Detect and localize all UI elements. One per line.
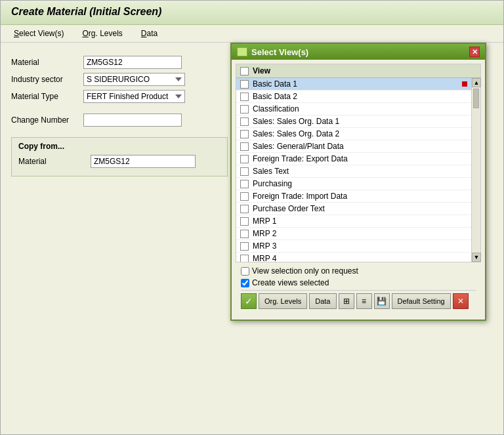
list-icon: ≡ xyxy=(362,297,366,306)
view-row-sales-general-plant[interactable]: Sales: General/Plant Data xyxy=(236,140,471,153)
change-number-input[interactable] xyxy=(83,114,182,127)
view-row-mrp3[interactable]: MRP 3 xyxy=(236,240,471,253)
view-row-mrp4[interactable]: MRP 4 xyxy=(236,253,471,262)
copy-from-material-input[interactable] xyxy=(91,155,196,168)
material-type-select[interactable]: FERT Finished Product xyxy=(83,90,185,103)
view-row-foreign-trade-import[interactable]: Foreign Trade: Import Data xyxy=(236,190,471,203)
main-window: Create Material (Initial Screen) Select … xyxy=(0,0,504,435)
save-icon: 💾 xyxy=(377,297,387,306)
view-label-foreign-trade-export: Foreign Trade: Export Data xyxy=(253,154,348,163)
scrollbar[interactable]: ▲ ▼ xyxy=(471,78,480,262)
view-row-purchase-order-text[interactable]: Purchase Order Text xyxy=(236,203,471,215)
menu-select-views[interactable]: Select View(s) xyxy=(11,28,66,39)
view-checkbox-mrp2[interactable] xyxy=(240,230,249,238)
title-bar: Create Material (Initial Screen) xyxy=(1,1,503,25)
view-row-basic-data-2[interactable]: Basic Data 2 xyxy=(236,91,471,103)
industry-sector-select[interactable]: S SIDERURGICO xyxy=(83,73,185,86)
view-label-purchasing: Purchasing xyxy=(253,179,292,188)
copy-from-material-label: Material xyxy=(18,157,91,166)
dialog-title-bar: Select View(s) ✕ xyxy=(232,44,485,60)
view-checkbox-sales-org-data-1[interactable] xyxy=(240,117,249,126)
view-checkbox-foreign-trade-export[interactable] xyxy=(240,155,249,163)
view-checkbox-sales-text[interactable] xyxy=(240,167,249,176)
view-label-classification: Classification xyxy=(253,104,299,114)
page-title: Create Material (Initial Screen) xyxy=(11,6,493,18)
view-label-basic-data-2: Basic Data 2 xyxy=(253,92,297,101)
view-row-classification[interactable]: Classification xyxy=(236,103,471,115)
dialog-title-text: Select View(s) xyxy=(237,47,308,57)
industry-sector-label: Industry sector xyxy=(11,75,83,84)
check-icon: ✓ xyxy=(245,296,253,306)
table-icon: ⊞ xyxy=(343,297,350,306)
view-checkbox-mrp4[interactable] xyxy=(240,255,249,262)
view-row-basic-data-1[interactable]: Basic Data 1 xyxy=(236,78,471,91)
view-checkbox-foreign-trade-import[interactable] xyxy=(240,192,249,201)
scroll-indicator xyxy=(462,81,467,87)
view-label-purchase-order-text: Purchase Order Text xyxy=(253,204,325,213)
scrollbar-track[interactable] xyxy=(472,87,480,253)
views-header: View xyxy=(236,64,480,78)
view-checkbox-mrp3[interactable] xyxy=(240,242,249,251)
copy-from-material-row: Material xyxy=(18,155,220,168)
org-levels-button[interactable]: Org. Levels xyxy=(259,293,307,309)
view-row-foreign-trade-export[interactable]: Foreign Trade: Export Data xyxy=(236,153,471,165)
view-row-sales-org-data-2[interactable]: Sales: Sales Org. Data 2 xyxy=(236,128,471,140)
view-label-mrp3: MRP 3 xyxy=(253,241,276,251)
dialog-content: View Basic Data 1 xyxy=(232,60,485,320)
menu-bar: Select View(s) Org. Levels Data xyxy=(1,25,503,43)
dialog-buttons: ✓ Org. Levels Data ⊞ xyxy=(241,290,476,312)
view-checkbox-mrp1[interactable] xyxy=(240,217,249,226)
view-row-sales-org-data-1[interactable]: Sales: Sales Org. Data 1 xyxy=(236,115,471,128)
view-label-sales-org-data-1: Sales: Sales Org. Data 1 xyxy=(253,117,339,126)
list-icon-button[interactable]: ≡ xyxy=(356,293,372,309)
view-row-mrp1[interactable]: MRP 1 xyxy=(236,215,471,228)
data-button[interactable]: Data xyxy=(309,293,336,309)
menu-org-levels[interactable]: Org. Levels xyxy=(79,28,125,39)
create-views-checkbox[interactable] xyxy=(241,279,249,287)
header-checkbox[interactable] xyxy=(240,67,249,75)
views-list[interactable]: Basic Data 1 Basic Data 2 Classification xyxy=(236,78,471,262)
scroll-up-btn[interactable]: ▲ xyxy=(472,78,481,87)
copy-from-title: Copy from... xyxy=(18,142,220,151)
view-label-sales-org-data-2: Sales: Sales Org. Data 2 xyxy=(253,129,339,138)
view-label-sales-general-plant: Sales: General/Plant Data xyxy=(253,142,344,151)
view-checkbox-basic-data-1[interactable] xyxy=(240,80,249,89)
view-selection-checkbox[interactable] xyxy=(241,267,249,276)
view-label-foreign-trade-import: Foreign Trade: Import Data xyxy=(253,192,347,201)
default-setting-label: Default Setting xyxy=(398,297,445,305)
views-list-container: Basic Data 1 Basic Data 2 Classification xyxy=(236,78,480,262)
save-icon-button[interactable]: 💾 xyxy=(374,293,390,309)
view-row-mrp2[interactable]: MRP 2 xyxy=(236,228,471,240)
view-checkbox-purchase-order-text[interactable] xyxy=(240,205,249,213)
cancel-icon: ✕ xyxy=(457,297,464,306)
cancel-button[interactable]: ✕ xyxy=(453,293,469,309)
dialog-icon xyxy=(237,47,247,56)
create-views-row: Create views selected xyxy=(241,278,476,287)
view-checkbox-sales-general-plant[interactable] xyxy=(240,142,249,151)
scroll-down-btn[interactable]: ▼ xyxy=(472,253,481,262)
view-checkbox-purchasing[interactable] xyxy=(240,180,249,188)
content-area: Material Industry sector S SIDERURGICO M… xyxy=(1,43,503,190)
confirm-button[interactable]: ✓ xyxy=(241,293,257,309)
material-input[interactable] xyxy=(83,56,182,69)
dialog-title-label: Select View(s) xyxy=(251,47,308,57)
view-label-mrp1: MRP 1 xyxy=(253,217,276,226)
material-type-label: Material Type xyxy=(11,92,83,101)
view-column-header: View xyxy=(253,66,270,75)
view-row-purchasing[interactable]: Purchasing xyxy=(236,178,471,190)
material-label: Material xyxy=(11,58,83,67)
default-setting-button[interactable]: Default Setting xyxy=(392,293,451,309)
view-checkbox-basic-data-2[interactable] xyxy=(240,93,249,101)
scrollbar-thumb[interactable] xyxy=(473,89,479,108)
table-icon-button[interactable]: ⊞ xyxy=(339,293,354,309)
view-selection-label: View selection only on request xyxy=(252,266,358,276)
view-checkbox-classification[interactable] xyxy=(240,105,249,114)
change-number-label: Change Number xyxy=(11,115,83,125)
select-views-dialog: Select View(s) ✕ View xyxy=(230,43,486,321)
view-label-mrp2: MRP 2 xyxy=(253,229,276,238)
org-levels-label: Org. Levels xyxy=(264,297,301,305)
view-row-sales-text[interactable]: Sales Text xyxy=(236,165,471,178)
menu-data[interactable]: Data xyxy=(138,28,160,39)
dialog-close-button[interactable]: ✕ xyxy=(469,47,480,57)
view-checkbox-sales-org-data-2[interactable] xyxy=(240,130,249,138)
